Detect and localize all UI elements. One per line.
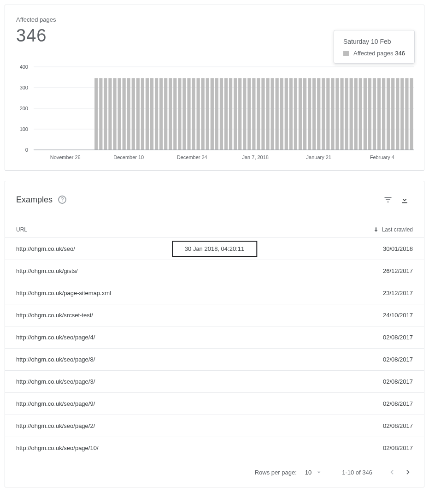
svg-rect-75: [396, 78, 399, 150]
svg-rect-14: [113, 78, 116, 150]
cell-url: http://ohgm.co.uk/seo/page/4/: [16, 334, 383, 341]
table-row[interactable]: http://ohgm.co.uk/seo/page/9/02/08/2017: [5, 393, 424, 415]
svg-rect-57: [312, 78, 316, 150]
svg-rect-20: [141, 78, 144, 150]
tooltip-title: Saturday 10 Feb: [343, 38, 405, 45]
col-url[interactable]: URL: [16, 226, 373, 233]
cell-url: http://ohgm.co.uk/seo/page/8/: [16, 356, 383, 363]
svg-text:Jan 7, 2018: Jan 7, 2018: [242, 154, 269, 160]
svg-rect-11: [99, 78, 102, 150]
cell-last-crawled: 02/08/2017: [383, 422, 413, 429]
rows-per-page-select[interactable]: 10: [301, 466, 326, 479]
table-row[interactable]: http://ohgm.co.uk/srcset-test/24/10/2017: [5, 304, 424, 326]
svg-rect-53: [294, 78, 297, 150]
svg-rect-36: [215, 78, 218, 150]
svg-rect-74: [391, 78, 394, 150]
col-last-crawled-label: Last crawled: [382, 226, 413, 233]
cell-last-crawled: 30/01/2018: [383, 245, 413, 252]
svg-rect-52: [289, 78, 293, 150]
metric-label: Affected pages: [16, 15, 413, 24]
svg-rect-15: [118, 78, 121, 150]
cell-last-crawled: 24/10/2017: [383, 312, 413, 319]
tooltip-series-label: Affected pages: [353, 50, 394, 57]
table-row[interactable]: http://ohgm.co.uk/seo/page/8/02/08/2017: [5, 349, 424, 371]
svg-rect-17: [127, 78, 130, 150]
svg-rect-30: [187, 78, 190, 150]
svg-text:400: 400: [20, 64, 28, 70]
help-icon[interactable]: ?: [58, 196, 66, 204]
table-row[interactable]: http://ohgm.co.uk/page-sitemap.xml23/12/…: [5, 282, 424, 304]
svg-rect-48: [271, 78, 274, 150]
examples-title: Examples: [16, 195, 53, 205]
svg-rect-69: [368, 78, 371, 150]
svg-text:December 24: December 24: [177, 154, 207, 160]
col-last-crawled[interactable]: Last crawled: [373, 226, 413, 233]
affected-pages-chart[interactable]: 0100200300400November 26December 10Decem…: [13, 53, 416, 162]
svg-text:300: 300: [20, 85, 28, 90]
svg-rect-29: [182, 78, 186, 150]
svg-rect-44: [252, 78, 255, 150]
svg-text:100: 100: [20, 126, 28, 132]
chart-tooltip: Saturday 10 Feb Affected pages 346: [334, 30, 415, 64]
svg-rect-42: [243, 78, 246, 150]
cell-last-crawled: 02/08/2017: [383, 445, 413, 451]
table-header-row: URL Last crawled: [5, 222, 424, 238]
svg-rect-40: [234, 78, 237, 150]
cell-last-crawled: 02/08/2017: [383, 400, 413, 407]
next-page-button[interactable]: [400, 464, 417, 480]
table-row[interactable]: http://ohgm.co.uk/seo/page/3/02/08/2017: [5, 371, 424, 393]
cell-last-crawled: 02/08/2017: [383, 334, 413, 341]
download-button[interactable]: [396, 191, 413, 208]
svg-rect-25: [164, 78, 167, 150]
svg-rect-61: [331, 78, 334, 150]
svg-rect-64: [345, 78, 348, 150]
svg-rect-51: [285, 78, 288, 150]
download-icon: [400, 195, 409, 204]
svg-rect-50: [280, 78, 283, 150]
svg-rect-10: [94, 78, 98, 150]
svg-rect-33: [201, 78, 205, 150]
filter-button[interactable]: [380, 191, 396, 208]
table-row[interactable]: http://ohgm.co.uk/seo/page/2/02/08/2017: [5, 415, 424, 437]
dropdown-icon: [315, 468, 323, 476]
svg-rect-31: [192, 78, 195, 150]
prev-page-button[interactable]: [383, 464, 400, 480]
tooltip-swatch: [343, 51, 349, 56]
svg-rect-26: [169, 78, 172, 150]
crawl-timestamp-tooltip: 30 Jan 2018, 04:20:11: [172, 241, 257, 257]
svg-rect-16: [123, 78, 126, 150]
cell-url: http://ohgm.co.uk/srcset-test/: [16, 312, 383, 319]
svg-rect-70: [373, 78, 376, 150]
svg-rect-12: [104, 78, 107, 150]
table-row[interactable]: http://ohgm.co.uk/gists/26/12/2017: [5, 260, 424, 282]
table-row[interactable]: http://ohgm.co.uk/seo/page/10/02/08/2017: [5, 437, 424, 459]
svg-rect-73: [387, 78, 390, 150]
svg-rect-77: [405, 78, 408, 150]
svg-rect-71: [377, 78, 381, 150]
table-row[interactable]: http://ohgm.co.uk/seo/30 Jan 2018, 04:20…: [5, 238, 424, 260]
filter-icon: [383, 195, 393, 204]
sort-desc-icon: [373, 226, 379, 233]
examples-table: URL Last crawled http://ohgm.co.uk/seo/3…: [5, 222, 424, 459]
cell-url: http://ohgm.co.uk/seo/page/10/: [16, 445, 383, 451]
svg-rect-34: [206, 78, 209, 150]
svg-rect-49: [276, 78, 279, 150]
svg-rect-59: [322, 78, 325, 150]
svg-text:February 4: February 4: [370, 154, 394, 160]
rows-per-page-label: Rows per page:: [255, 469, 297, 476]
cell-url: http://ohgm.co.uk/seo/page/3/: [16, 378, 383, 385]
chevron-left-icon: [387, 468, 396, 477]
cell-url: http://ohgm.co.uk/page-sitemap.xml: [16, 290, 383, 296]
svg-rect-37: [220, 78, 223, 150]
svg-rect-28: [178, 78, 181, 150]
svg-rect-13: [108, 78, 112, 150]
svg-rect-45: [257, 78, 260, 150]
rows-per-page-value: 10: [305, 469, 311, 476]
svg-text:January 21: January 21: [306, 154, 331, 160]
table-row[interactable]: http://ohgm.co.uk/seo/page/4/02/08/2017: [5, 326, 424, 349]
svg-rect-68: [364, 78, 367, 150]
pagination-range: 1-10 of 346: [342, 469, 372, 476]
svg-rect-78: [410, 78, 413, 150]
cell-last-crawled: 23/12/2017: [383, 290, 413, 296]
svg-rect-66: [354, 78, 358, 150]
